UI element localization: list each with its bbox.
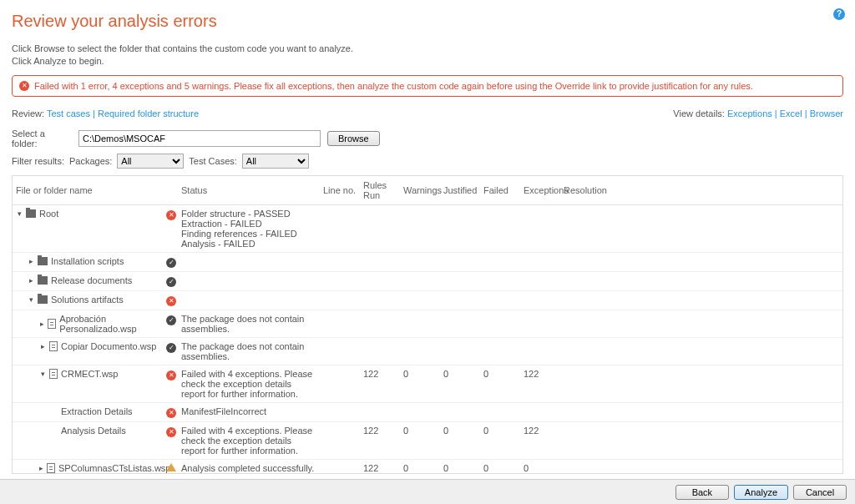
expand-caret[interactable]: ▸ [39, 320, 44, 328]
link-exceptions[interactable]: Exceptions [727, 108, 772, 118]
browse-button[interactable]: Browse [327, 131, 380, 146]
row-warnings [400, 310, 440, 337]
row-justified [440, 337, 480, 365]
folder-icon [38, 257, 48, 265]
link-required-folder[interactable]: Required folder structure [98, 108, 199, 118]
row-line [320, 459, 360, 474]
filter-label: Filter results: [12, 156, 64, 166]
analyze-button[interactable]: Analyze [734, 485, 788, 500]
row-line [320, 402, 360, 421]
table-row[interactable]: ▸Copiar Documento.wsp✓The package does n… [13, 337, 842, 365]
row-exceptions [520, 337, 560, 365]
row-exceptions [520, 290, 560, 310]
row-resolution [560, 337, 842, 365]
row-rules [360, 271, 400, 290]
row-failed: 0 [480, 421, 520, 459]
row-status: Folder structure - PASSEDExtraction - FA… [178, 204, 320, 252]
expand-caret[interactable]: ▾ [28, 295, 34, 304]
table-row[interactable]: ▸Installation scripts✓ [13, 252, 842, 271]
packages-select[interactable]: All [117, 154, 184, 169]
col-line[interactable]: Line no. [320, 176, 360, 205]
row-resolution [560, 204, 842, 252]
expand-caret[interactable]: ▾ [16, 209, 23, 218]
row-exceptions [520, 271, 560, 290]
folder-icon [38, 276, 48, 285]
file-icon [49, 341, 58, 351]
status-error-icon: ✕ [166, 427, 176, 437]
row-rules [360, 310, 400, 337]
row-status: The package does not contain assemblies. [178, 310, 320, 337]
expand-caret[interactable]: ▸ [39, 464, 43, 472]
table-row[interactable]: Extraction Details✕ManifestFileIncorrect [13, 402, 842, 421]
col-name[interactable]: File or folder name [13, 176, 163, 205]
review-label: Review: [12, 108, 44, 118]
table-header-row: File or folder name Status Line no. Rule… [13, 176, 842, 205]
row-failed: 0 [480, 459, 520, 474]
cancel-button[interactable]: Cancel [793, 485, 847, 500]
row-name: Solutions artifacts [51, 295, 124, 305]
expand-caret[interactable]: ▸ [28, 276, 34, 285]
col-warnings[interactable]: Warnings [400, 176, 440, 205]
row-status: Failed with 4 exceptions. Please check t… [178, 365, 320, 402]
table-row[interactable]: ▾CRMECT.wsp✕Failed with 4 exceptions. Pl… [13, 365, 842, 402]
row-status: Analysis completed successfully. Symbol … [178, 459, 320, 474]
results-table-wrap[interactable]: File or folder name Status Line no. Rule… [12, 175, 843, 474]
link-excel[interactable]: Excel [780, 108, 802, 118]
row-failed [480, 290, 520, 310]
row-status: ManifestFileIncorrect [178, 402, 320, 421]
footer-bar: Back Analyze Cancel [0, 479, 855, 504]
col-exceptions[interactable]: Exceptions [520, 176, 560, 205]
status-ok-icon: ✓ [166, 343, 176, 353]
status-warning-icon [166, 463, 176, 471]
row-line [320, 204, 360, 252]
row-warnings [400, 290, 440, 310]
error-banner-text: Failed with 1 error, 4 exceptions and 5 … [34, 81, 753, 91]
error-banner: ✕ Failed with 1 error, 4 exceptions and … [12, 75, 843, 97]
testcases-select[interactable]: All [242, 154, 309, 169]
table-row[interactable]: ▾Solutions artifacts✕ [13, 290, 842, 310]
packages-label: Packages: [69, 156, 112, 166]
col-rules[interactable]: Rules Run [360, 176, 400, 205]
subtext-line2: Click Analyze to begin. [12, 55, 843, 68]
col-failed[interactable]: Failed [480, 176, 520, 205]
folder-input[interactable] [78, 130, 321, 147]
page-title: Review your analysis errors [12, 12, 843, 31]
row-justified: 0 [440, 459, 480, 474]
row-exceptions [520, 204, 560, 252]
link-testcases[interactable]: Test cases [47, 108, 90, 118]
table-row[interactable]: ▸Release documents✓ [13, 271, 842, 290]
file-icon [47, 463, 55, 473]
row-exceptions: 0 [520, 459, 560, 474]
row-line [320, 252, 360, 271]
table-row[interactable]: Analysis Details✕Failed with 4 exception… [13, 421, 842, 459]
review-links: Review: Test cases | Required folder str… [12, 108, 199, 118]
link-browser[interactable]: Browser [810, 108, 843, 118]
row-justified [440, 290, 480, 310]
expand-caret[interactable]: ▾ [39, 370, 46, 378]
expand-caret[interactable]: ▸ [39, 342, 46, 350]
subtext: Click Browse to select the folder that c… [12, 43, 843, 68]
table-row[interactable]: ▸SPColumnasCTsListas.wspAnalysis complet… [13, 459, 842, 474]
col-resolution[interactable]: Resolution [560, 176, 842, 205]
expand-caret[interactable]: ▸ [28, 257, 34, 265]
table-row[interactable]: ▾Root✕Folder structure - PASSEDExtractio… [13, 204, 842, 252]
back-button[interactable]: Back [675, 485, 729, 500]
row-failed [480, 310, 520, 337]
col-status[interactable]: Status [178, 176, 320, 205]
row-failed [480, 337, 520, 365]
status-ok-icon: ✓ [166, 315, 176, 325]
row-rules [360, 337, 400, 365]
results-table: File or folder name Status Line no. Rule… [13, 176, 842, 474]
row-rules [360, 252, 400, 271]
col-justified[interactable]: Justified [440, 176, 480, 205]
row-justified [440, 271, 480, 290]
row-status: Failed with 4 exceptions. Please check t… [178, 421, 320, 459]
row-status: The package does not contain assemblies. [178, 337, 320, 365]
row-exceptions [520, 310, 560, 337]
folder-icon [26, 209, 36, 218]
row-line [320, 271, 360, 290]
row-name: Copiar Documento.wsp [61, 341, 156, 351]
subtext-line1: Click Browse to select the folder that c… [12, 43, 843, 55]
help-icon[interactable]: ? [833, 8, 845, 20]
table-row[interactable]: ▸Aprobación Personalizado.wsp✓The packag… [13, 310, 842, 337]
